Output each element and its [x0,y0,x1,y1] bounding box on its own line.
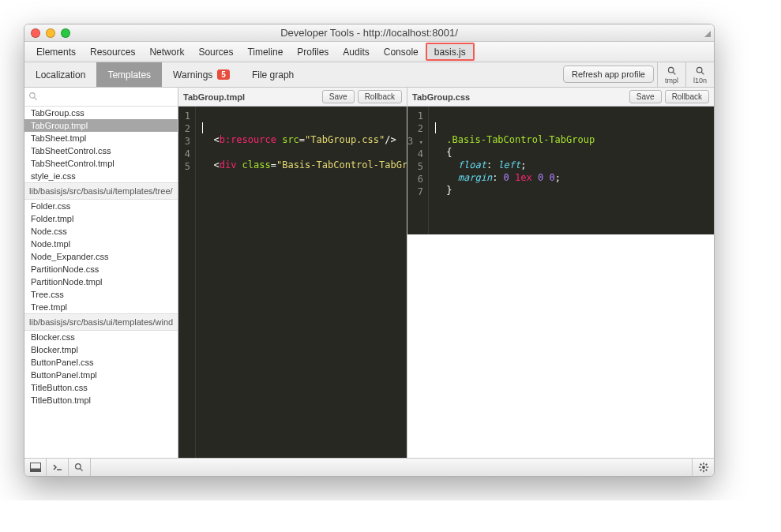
tab-resources[interactable]: Resources [83,42,142,62]
subtab-filegraph[interactable]: File graph [241,62,305,87]
dock-button[interactable] [24,459,47,476]
editor-header: TabGroup.css Save Rollback [407,88,714,107]
editor-title: TabGroup.css [412,92,626,102]
gear-icon [698,462,709,473]
file-item[interactable]: Blocker.tmpl [24,343,178,356]
file-item[interactable]: PartitionNode.tmpl [24,275,178,288]
svg-line-3 [701,72,704,74]
svg-line-18 [700,470,701,471]
warnings-count-badge: 5 [217,69,230,80]
editor-header: TabGroup.tmpl Save Rollback [178,88,407,107]
console-icon [52,463,63,472]
tmpl-label: tmpl [665,77,678,84]
file-group-header[interactable]: lib/basisjs/src/basis/ui/templates/tree/ [24,182,178,200]
rollback-button[interactable]: Rollback [665,90,709,103]
tab-basisjs[interactable]: basis.js [426,43,475,61]
file-item[interactable]: TitleButton.css [24,381,178,394]
search-icon [695,66,705,76]
svg-line-1 [673,72,675,74]
file-item[interactable]: Tree.css [24,288,178,301]
editor-css: TabGroup.css Save Rollback 123 ▾4567 .Ba… [407,88,714,458]
tmpl-search-button[interactable]: tmpl [657,62,685,87]
tab-elements[interactable]: Elements [29,42,83,62]
minimize-window-button[interactable] [46,28,55,38]
l10n-search-button[interactable]: l10n [685,62,714,87]
refresh-app-profile-button[interactable]: Refresh app profile [563,66,654,83]
tab-console[interactable]: Console [377,42,426,62]
traffic-lights [31,28,70,38]
svg-line-16 [700,464,701,466]
file-item[interactable]: Folder.tmpl [24,212,178,225]
file-item[interactable]: TitleButton.tmpl [24,394,178,406]
file-list[interactable]: TabGroup.css TabGroup.tmpl TabSheet.tmpl… [24,107,178,458]
settings-button[interactable] [692,459,714,476]
file-item[interactable]: Blocker.css [24,331,178,343]
svg-line-10 [80,468,82,470]
file-item[interactable]: ButtonPanel.css [24,356,178,369]
file-search-input[interactable] [28,89,161,105]
search-icon [666,66,677,76]
panel-subtabs: Localization Templates Warnings 5 File g… [24,62,305,87]
console-toggle-button[interactable] [47,459,69,476]
file-item[interactable]: Tree.tmpl [24,301,178,313]
gutter: 123 ▾4567 [407,107,429,234]
fold-icon[interactable]: ▾ [419,138,422,146]
tab-network[interactable]: Network [142,42,191,62]
file-item[interactable]: TabGroup.tmpl [24,119,178,132]
save-button[interactable]: Save [322,90,355,103]
devtools-window: Developer Tools - http://localhost:8001/… [24,24,715,477]
devtools-tabbar: Elements Resources Network Sources Timel… [24,42,714,62]
resize-corner-icon[interactable] [703,29,711,37]
file-item[interactable]: Node.tmpl [24,238,178,250]
close-window-button[interactable] [31,28,40,38]
file-search-bar [24,88,178,107]
subtab-localization[interactable]: Localization [24,62,96,87]
rollback-button[interactable]: Rollback [358,90,402,103]
file-item[interactable]: TabGroup.css [24,107,178,119]
file-item[interactable]: TabSheet.tmpl [24,132,178,144]
svg-point-9 [76,463,81,469]
file-item[interactable]: ButtonPanel.tmpl [24,369,178,381]
search-button[interactable] [69,459,91,476]
code-body[interactable]: .Basis-TabControl-TabGroup { float: left… [429,107,714,234]
file-item[interactable]: Node_Expander.css [24,250,178,263]
code-editor[interactable]: 12345 <b:resource src="TabGroup.css"/> <… [178,107,407,458]
editor-title: TabGroup.tmpl [183,92,319,102]
svg-line-17 [705,470,707,471]
titlebar: Developer Tools - http://localhost:8001/ [24,24,714,42]
file-group-header[interactable]: lib/basisjs/src/basis/ui/templates/wind [24,313,178,331]
subtab-warnings-label: Warnings [173,69,212,81]
statusbar [24,459,714,476]
subtab-warnings[interactable]: Warnings 5 [162,62,241,87]
code-editor[interactable]: 123 ▾4567 .Basis-TabControl-TabGroup { f… [407,107,714,458]
window-title: Developer Tools - http://localhost:8001/ [24,27,714,39]
tab-profiles[interactable]: Profiles [290,42,336,62]
editor-tmpl: TabGroup.tmpl Save Rollback 12345 <b:res… [178,88,407,458]
svg-point-2 [697,67,702,73]
save-button[interactable]: Save [629,90,662,103]
main-area: TabGroup.css TabGroup.tmpl TabSheet.tmpl… [24,88,714,459]
file-item[interactable]: style_ie.css [24,170,178,182]
tab-sources[interactable]: Sources [191,42,240,62]
code-body[interactable]: <b:resource src="TabGroup.css"/> <div cl… [196,107,407,458]
svg-point-0 [668,67,674,73]
file-item[interactable]: PartitionNode.css [24,263,178,275]
tab-timeline[interactable]: Timeline [240,42,290,62]
subtab-templates[interactable]: Templates [96,62,162,87]
panel-toolbar: Localization Templates Warnings 5 File g… [24,62,714,88]
zoom-window-button[interactable] [61,28,70,38]
tab-audits[interactable]: Audits [336,42,376,62]
dock-icon [30,463,41,472]
search-icon [74,463,84,473]
file-item[interactable]: TabSheetControl.tmpl [24,157,178,170]
file-sidebar: TabGroup.css TabGroup.tmpl TabSheet.tmpl… [24,88,178,458]
gutter: 12345 [178,107,196,458]
file-item[interactable]: TabSheetControl.css [24,144,178,157]
l10n-label: l10n [693,77,707,84]
file-item[interactable]: Folder.css [24,200,178,212]
svg-rect-7 [30,469,40,472]
svg-line-19 [705,464,707,466]
svg-point-11 [702,466,705,469]
file-item[interactable]: Node.css [24,225,178,238]
